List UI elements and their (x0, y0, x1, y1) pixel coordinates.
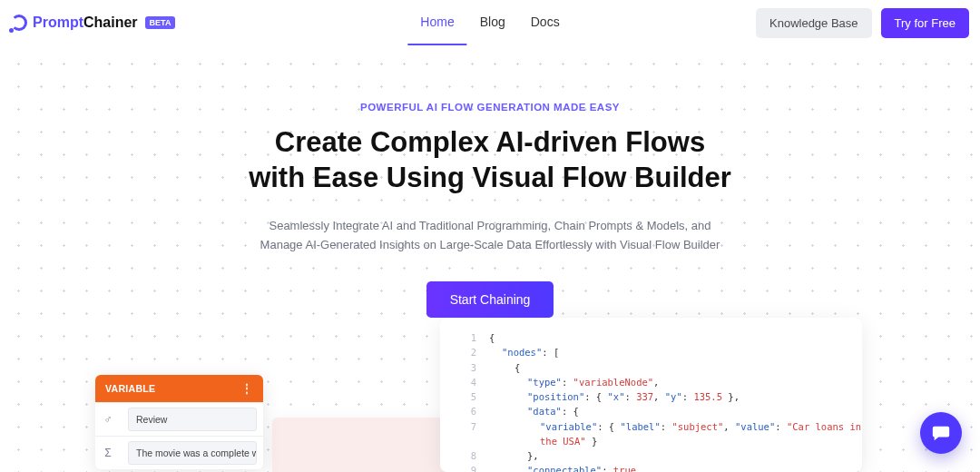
nav-link-blog[interactable]: Blog (467, 0, 518, 45)
brand-name-b: Chainer (83, 15, 138, 30)
chat-widget-button[interactable] (920, 412, 962, 454)
hero-headline: Create Complex AI-driven Flows with Ease… (0, 125, 980, 196)
label-icon: ♂ (95, 406, 121, 433)
code-preview-panel: 1{ 2"nodes": [ 3{ 4"type": "variableNode… (440, 318, 862, 472)
hero-eyebrow: POWERFUL AI FLOW GENERATION MADE EASY (0, 102, 980, 113)
variable-label-input[interactable]: Review (128, 408, 257, 431)
nav-link-docs[interactable]: Docs (518, 0, 573, 45)
brand-name-a: Prompt (33, 15, 83, 30)
variable-row: ♂ Review (95, 402, 263, 436)
sigma-icon: Σ (95, 439, 121, 467)
variable-row: Σ The movie was a complete wast (95, 436, 263, 469)
chat-icon (931, 423, 951, 443)
nav-links: Home Blog Docs (407, 0, 572, 45)
hero-section: POWERFUL AI FLOW GENERATION MADE EASY Cr… (0, 45, 980, 318)
knowledge-base-button[interactable]: Knowledge Base (756, 8, 872, 38)
beta-badge: BETA (145, 16, 176, 29)
variable-node-panel[interactable]: VARIABLE ⋮ ♂ Review Σ The movie was a co… (95, 375, 263, 469)
start-chaining-button[interactable]: Start Chaining (426, 281, 554, 318)
variable-panel-header: VARIABLE ⋮ (95, 375, 263, 402)
hero-subhead: Seamlessly Integrate AI and Traditional … (0, 216, 980, 255)
top-nav: PromptChainer BETA Home Blog Docs Knowle… (0, 0, 980, 45)
logo-icon (11, 15, 27, 31)
nav-link-home[interactable]: Home (407, 0, 466, 45)
try-free-button[interactable]: Try for Free (881, 8, 969, 38)
brand-logo[interactable]: PromptChainer BETA (11, 15, 175, 31)
variable-value-input[interactable]: The movie was a complete wast (128, 441, 257, 465)
